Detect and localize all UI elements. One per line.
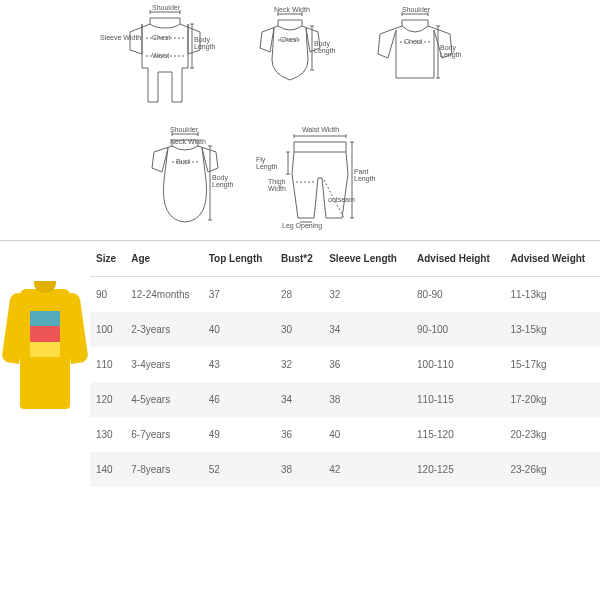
column-header: Top Length	[203, 241, 275, 277]
table-cell: 20-23kg	[504, 417, 600, 452]
table-cell: 37	[203, 277, 275, 313]
table-cell: 32	[275, 347, 323, 382]
table-cell: 80-90	[411, 277, 504, 313]
column-header: Bust*2	[275, 241, 323, 277]
label-fly-length: Fly Length	[256, 156, 278, 170]
table-cell: 13-15kg	[504, 312, 600, 347]
table-cell: 100-110	[411, 347, 504, 382]
label-body-length: Body Length	[212, 174, 230, 188]
table-cell: 36	[275, 417, 323, 452]
label-chest: Chest	[404, 38, 422, 45]
table-cell: 4-5years	[125, 382, 202, 417]
pants-diagram: Waist Width Fly Length Thigh Width Leg O…	[270, 130, 370, 230]
table-cell: 12-24months	[125, 277, 202, 313]
table-header-row: SizeAgeTop LengthBust*2Sleeve LengthAdvi…	[90, 241, 600, 277]
size-table: SizeAgeTop LengthBust*2Sleeve LengthAdvi…	[90, 241, 600, 487]
label-body-length: Body Length	[314, 40, 332, 54]
table-cell: 90-100	[411, 312, 504, 347]
table-cell: 130	[90, 417, 125, 452]
table-cell: 90	[90, 277, 125, 313]
table-row: 1002-3years40303490-10013-15kg	[90, 312, 600, 347]
romper-diagram: Shoulder Sleeve Width Chest Waist Body L…	[120, 10, 210, 110]
table-row: 1407-8years523842120-12523-26kg	[90, 452, 600, 487]
table-cell: 38	[323, 382, 411, 417]
label-shoulder: Shoulder	[402, 6, 430, 13]
table-cell: 23-26kg	[504, 452, 600, 487]
table-row: 1103-4years433236100-11015-17kg	[90, 347, 600, 382]
table-cell: 49	[203, 417, 275, 452]
label-shoulder: Shoulder	[170, 126, 198, 133]
table-cell: 6-7years	[125, 417, 202, 452]
label-neck-width: Neck Width	[170, 138, 206, 145]
label-outseam: outseam	[328, 196, 355, 203]
column-header: Advised Weight	[504, 241, 600, 277]
size-chart-section: SizeAgeTop LengthBust*2Sleeve LengthAdvi…	[0, 240, 600, 487]
column-header: Sleeve Length	[323, 241, 411, 277]
label-chest: Chest	[280, 36, 298, 43]
table-cell: 11-13kg	[504, 277, 600, 313]
label-sleeve-width: Sleeve Width	[100, 34, 141, 41]
column-header: Size	[90, 241, 125, 277]
table-cell: 15-17kg	[504, 347, 600, 382]
product-image	[0, 241, 90, 487]
table-cell: 3-4years	[125, 347, 202, 382]
table-row: 1306-7years493640115-12020-23kg	[90, 417, 600, 452]
shirt-diagram: Shoulder Chest Body Length	[370, 10, 460, 90]
table-cell: 115-120	[411, 417, 504, 452]
table-cell: 38	[275, 452, 323, 487]
column-header: Advised Height	[411, 241, 504, 277]
table-cell: 110-115	[411, 382, 504, 417]
table-row: 1204-5years463438110-11517-20kg	[90, 382, 600, 417]
dress-diagram: Shoulder Neck Width Bust Body Length	[140, 130, 230, 230]
label-leg-opening: Leg Opening	[282, 222, 322, 229]
table-cell: 140	[90, 452, 125, 487]
table-cell: 2-3years	[125, 312, 202, 347]
column-header: Age	[125, 241, 202, 277]
label-body-length: Body Length	[194, 36, 212, 50]
table-cell: 30	[275, 312, 323, 347]
table-cell: 34	[323, 312, 411, 347]
table-cell: 40	[203, 312, 275, 347]
onesie-diagram: Neck Width Chest Body Length	[250, 10, 330, 90]
table-row: 9012-24months37283280-9011-13kg	[90, 277, 600, 313]
measurement-diagrams: Shoulder Sleeve Width Chest Waist Body L…	[0, 0, 600, 240]
table-cell: 120-125	[411, 452, 504, 487]
label-waist-width: Waist Width	[302, 126, 339, 133]
label-bust: Bust	[176, 158, 190, 165]
table-cell: 42	[323, 452, 411, 487]
label-waist: Waist	[152, 52, 169, 59]
label-neck-width: Neck Width	[274, 6, 310, 13]
sweater-illustration	[8, 281, 82, 411]
label-thigh-width: Thigh Width	[268, 178, 296, 192]
table-cell: 110	[90, 347, 125, 382]
table-cell: 100	[90, 312, 125, 347]
label-chest: Chest	[152, 34, 170, 41]
table-cell: 17-20kg	[504, 382, 600, 417]
table-cell: 43	[203, 347, 275, 382]
table-cell: 46	[203, 382, 275, 417]
table-cell: 28	[275, 277, 323, 313]
table-cell: 52	[203, 452, 275, 487]
table-cell: 120	[90, 382, 125, 417]
table-cell: 32	[323, 277, 411, 313]
table-cell: 34	[275, 382, 323, 417]
table-cell: 7-8years	[125, 452, 202, 487]
label-pant-length: Pant Length	[354, 168, 374, 182]
table-cell: 40	[323, 417, 411, 452]
table-cell: 36	[323, 347, 411, 382]
label-body-length: Body Length	[440, 44, 458, 58]
label-shoulder: Shoulder	[152, 4, 180, 11]
table-body: 9012-24months37283280-9011-13kg1002-3yea…	[90, 277, 600, 488]
